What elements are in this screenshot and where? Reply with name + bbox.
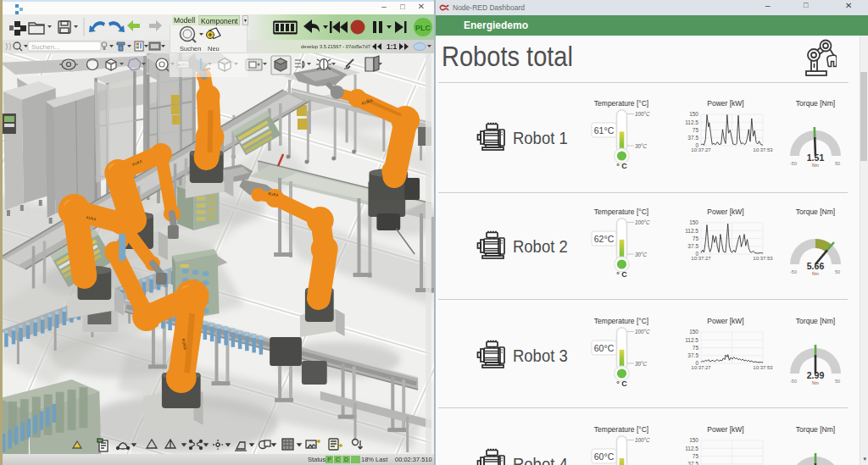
svg-text:50: 50 [835, 269, 840, 274]
svg-text:37.5: 37.5 [687, 461, 698, 465]
svg-text:150: 150 [689, 111, 698, 117]
svg-text:100°C: 100°C [635, 437, 650, 443]
svg-text:10:37:27: 10:37:27 [691, 256, 711, 261]
svg-text:30°C: 30°C [635, 143, 648, 149]
svg-text:112.5: 112.5 [685, 228, 698, 234]
svg-text:5.66: 5.66 [807, 261, 825, 271]
svg-text:150: 150 [689, 329, 698, 335]
svg-text:PLC: PLC [415, 24, 431, 32]
svg-text:112.5: 112.5 [685, 337, 698, 343]
svg-text:Nm: Nm [812, 380, 819, 385]
svg-text:50: 50 [835, 379, 840, 384]
svg-text:150: 150 [689, 219, 698, 225]
svg-text:62°C: 62°C [594, 234, 615, 244]
svg-text:60°C: 60°C [594, 451, 615, 462]
svg-text:2.99: 2.99 [807, 370, 825, 380]
svg-text:-50: -50 [790, 269, 797, 274]
svg-text:50: 50 [835, 161, 840, 166]
svg-text:100°C: 100°C [635, 219, 650, 225]
svg-text:° C: ° C [616, 379, 627, 388]
svg-text:-50: -50 [790, 379, 797, 384]
svg-text:150: 150 [689, 437, 698, 443]
svg-text:10:37:53: 10:37:53 [753, 365, 773, 370]
svg-text:10:37:27: 10:37:27 [691, 147, 711, 152]
svg-text:100°C: 100°C [635, 111, 650, 117]
svg-text:100°C: 100°C [635, 329, 650, 335]
svg-text:Nm: Nm [812, 271, 819, 276]
svg-text:Suchen: Suchen [180, 45, 201, 53]
svg-text:10:37:53: 10:37:53 [753, 147, 773, 152]
svg-text:1:1: 1:1 [387, 42, 398, 51]
svg-text:30°C: 30°C [635, 361, 648, 367]
svg-text:-50: -50 [790, 161, 797, 166]
svg-text:° C: ° C [616, 270, 627, 279]
svg-text:75: 75 [693, 127, 699, 133]
svg-text:° C: ° C [616, 162, 627, 170]
svg-text:112.5: 112.5 [685, 119, 698, 125]
svg-text:10:37:53: 10:37:53 [753, 256, 773, 261]
svg-text:37.5: 37.5 [687, 352, 698, 358]
svg-text:develop 3.5.21567 - 07dd5e7d7: develop 3.5.21567 - 07dd5e7d7 [301, 44, 370, 49]
svg-text:37.5: 37.5 [687, 135, 698, 141]
svg-text:10:37:27: 10:37:27 [691, 365, 711, 370]
svg-text:75: 75 [693, 345, 699, 351]
svg-text:37.5: 37.5 [687, 243, 698, 249]
svg-text:Nm: Nm [812, 163, 819, 168]
svg-text:75: 75 [693, 235, 699, 241]
svg-text:1.51: 1.51 [807, 152, 825, 163]
svg-text:61°C: 61°C [594, 125, 615, 136]
svg-text:60°C: 60°C [594, 343, 615, 353]
svg-text:112.5: 112.5 [685, 446, 698, 451]
svg-text:30°C: 30°C [635, 252, 648, 257]
svg-text:Neu: Neu [208, 45, 220, 53]
svg-text:Suchen...: Suchen... [31, 43, 60, 51]
svg-text:75: 75 [693, 453, 699, 459]
